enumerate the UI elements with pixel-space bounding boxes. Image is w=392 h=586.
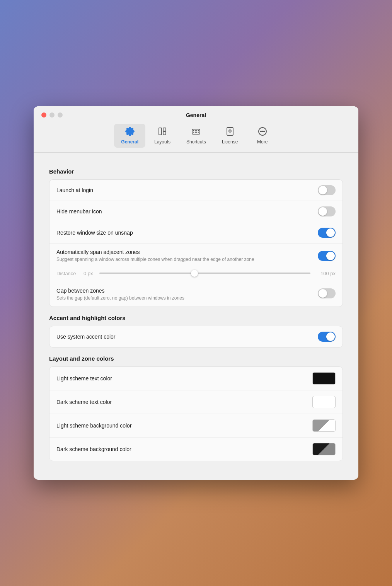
tab-general-label: General	[121, 139, 138, 145]
hide-menubar-left: Hide menubar icon	[56, 208, 318, 215]
content-area: Behavior Launch at login Hide menubar ic…	[34, 153, 358, 480]
gap-zones-row: Gap between zones Sets the gap (default …	[49, 282, 343, 307]
layouts-icon	[158, 127, 167, 138]
launch-at-login-slider	[318, 185, 336, 195]
light-bg-color-row: Light scheme background color	[49, 414, 343, 438]
restore-window-row: Restore window size on unsnap	[49, 222, 343, 244]
gap-zones-sublabel: Sets the gap (default zero, no gap) betw…	[56, 295, 312, 302]
svg-rect-1	[163, 128, 166, 131]
license-icon	[225, 127, 235, 138]
maximize-button[interactable]	[58, 112, 63, 118]
zone-colors-section-title: Layout and zone colors	[49, 355, 343, 362]
svg-point-16	[262, 131, 263, 132]
dark-text-color-row: Dark scheme text color	[49, 390, 343, 414]
hide-menubar-slider	[318, 206, 336, 216]
distance-slider[interactable]	[99, 273, 310, 274]
gap-zones-label: Gap between zones	[56, 288, 312, 294]
gap-zones-slider	[318, 288, 336, 298]
auto-span-left: Automatically span adjacent zones Sugges…	[56, 249, 312, 263]
use-system-accent-slider	[318, 332, 336, 342]
tab-license[interactable]: License	[215, 124, 245, 148]
launch-at-login-left: Launch at login	[56, 187, 318, 193]
launch-at-login-toggle[interactable]	[318, 185, 336, 195]
use-system-accent-left: Use system accent color	[56, 334, 318, 340]
light-bg-color-swatch[interactable]	[312, 419, 336, 432]
gear-icon	[125, 127, 135, 138]
behavior-card: Launch at login Hide menubar icon	[49, 179, 343, 307]
light-text-color-label: Light scheme text color	[56, 375, 112, 382]
dark-bg-color-swatch[interactable]	[312, 443, 336, 455]
titlebar: General General	[34, 106, 358, 153]
auto-span-slider	[318, 251, 336, 261]
close-button[interactable]	[41, 112, 46, 118]
accent-section-title: Accent and highlight colors	[49, 315, 343, 321]
restore-window-toggle[interactable]	[318, 228, 336, 238]
light-text-color-row: Light scheme text color	[49, 367, 343, 390]
auto-span-section: Automatically span adjacent zones Sugges…	[49, 244, 343, 282]
svg-point-12	[229, 130, 231, 132]
svg-rect-11	[227, 128, 233, 135]
svg-rect-3	[192, 129, 200, 134]
svg-rect-2	[163, 132, 166, 135]
auto-span-label: Automatically span adjacent zones	[56, 249, 312, 255]
dark-text-color-label: Dark scheme text color	[56, 399, 112, 405]
tab-more-label: More	[257, 139, 268, 145]
slider-max-label: 100 px	[314, 271, 336, 276]
svg-point-15	[261, 131, 261, 132]
zone-colors-card: Light scheme text color Dark scheme text…	[49, 366, 343, 461]
minimize-button[interactable]	[49, 112, 55, 118]
dark-bg-color-row: Dark scheme background color	[49, 438, 343, 461]
launch-at-login-label: Launch at login	[56, 187, 318, 193]
tab-layouts[interactable]: Layouts	[147, 124, 178, 148]
dark-bg-color-label: Dark scheme background color	[56, 446, 131, 452]
tab-general[interactable]: General	[114, 124, 145, 148]
slider-min-label: 0 px	[84, 271, 93, 276]
auto-span-row: Automatically span adjacent zones Sugges…	[49, 244, 343, 268]
restore-window-left: Restore window size on unsnap	[56, 230, 318, 236]
behavior-section-title: Behavior	[49, 168, 343, 175]
launch-at-login-row: Launch at login	[49, 180, 343, 201]
svg-rect-0	[159, 128, 162, 135]
tab-license-label: License	[222, 139, 238, 145]
gap-zones-left: Gap between zones Sets the gap (default …	[56, 288, 312, 302]
tab-shortcuts[interactable]: Shortcuts	[179, 124, 213, 148]
restore-window-label: Restore window size on unsnap	[56, 230, 318, 236]
tab-more[interactable]: More	[247, 124, 278, 148]
use-system-accent-row: Use system accent color	[49, 326, 343, 347]
hide-menubar-label: Hide menubar icon	[56, 208, 318, 215]
hide-menubar-toggle[interactable]	[318, 206, 336, 216]
auto-span-sublabel: Suggest spanning a window across multipl…	[56, 256, 312, 263]
distance-label: Distance	[56, 271, 80, 276]
tab-bar: General Layouts	[41, 124, 351, 152]
restore-window-slider	[318, 228, 336, 238]
tab-shortcuts-label: Shortcuts	[186, 139, 206, 145]
dark-text-color-swatch[interactable]	[312, 396, 336, 408]
light-text-color-swatch[interactable]	[312, 372, 336, 385]
keyboard-icon	[191, 127, 201, 138]
accent-card: Use system accent color	[49, 326, 343, 348]
distance-slider-row: Distance 0 px 100 px	[49, 268, 343, 282]
svg-point-17	[264, 131, 264, 132]
auto-span-toggle[interactable]	[318, 251, 336, 261]
tab-layouts-label: Layouts	[154, 139, 170, 145]
use-system-accent-label: Use system accent color	[56, 334, 318, 340]
settings-window: General General	[34, 106, 358, 480]
window-title: General	[41, 112, 351, 118]
hide-menubar-row: Hide menubar icon	[49, 201, 343, 222]
use-system-accent-toggle[interactable]	[318, 332, 336, 342]
light-bg-color-label: Light scheme background color	[56, 422, 132, 429]
gap-zones-toggle[interactable]	[318, 288, 336, 298]
more-icon	[258, 127, 267, 138]
